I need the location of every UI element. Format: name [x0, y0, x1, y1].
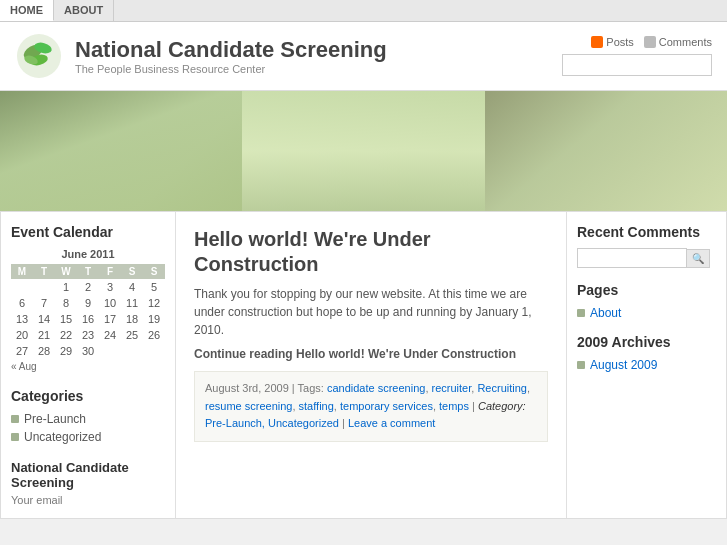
site-title-area: National Candidate Screening The People …	[75, 37, 387, 75]
tag-temps[interactable]: temps	[439, 400, 469, 412]
category-label: Pre-Launch	[24, 412, 86, 426]
hero-section-1	[0, 91, 242, 211]
post-date: August 3rd, 2009	[205, 382, 289, 394]
comments-feed-label: Comments	[659, 36, 712, 48]
top-nav: HOME ABOUT	[0, 0, 727, 22]
site-header: National Candidate Screening The People …	[0, 22, 727, 91]
cal-day-s2: S	[143, 264, 165, 279]
table-row: 1314 1516 171819	[11, 311, 165, 327]
categories-title: Categories	[11, 388, 165, 404]
read-more: Continue reading Hello world! We're Unde…	[194, 347, 548, 361]
table-row: 2021 2223 242526	[11, 327, 165, 343]
table-row: 67 89 101112	[11, 295, 165, 311]
post-body: Thank you for stopping by our new websit…	[194, 285, 548, 339]
site-tagline: The People Business Resource Center	[75, 63, 387, 75]
categories-widget: Categories Pre-Launch Uncategorized	[11, 388, 165, 444]
tags-label: Tags:	[298, 382, 324, 394]
post-meta: August 3rd, 2009 | Tags: candidate scree…	[194, 371, 548, 442]
category-icon	[11, 433, 19, 441]
tag-recruiting[interactable]: Recruiting	[477, 382, 527, 394]
cal-day-w: W	[55, 264, 77, 279]
table-row: 2728 2930	[11, 343, 165, 359]
category-icon	[11, 415, 19, 423]
calendar-caption: June 2011	[11, 248, 165, 260]
category-label: Uncategorized	[24, 430, 101, 444]
read-more-link[interactable]: Continue reading Hello world! We're Unde…	[194, 347, 516, 361]
nav-about[interactable]: ABOUT	[54, 0, 114, 21]
hero-banner	[0, 91, 727, 211]
tag-candidate-screening[interactable]: candidate screening	[327, 382, 425, 394]
posts-feed-label: Posts	[606, 36, 634, 48]
comments-search-input[interactable]	[577, 248, 687, 268]
rss-icon	[591, 36, 603, 48]
calendar-nav[interactable]: « Aug	[11, 361, 165, 372]
left-sidebar: Event Calendar June 2011 M T W T F S S 1…	[1, 212, 176, 518]
pages-title: Pages	[577, 282, 716, 298]
main-layout: Event Calendar June 2011 M T W T F S S 1…	[0, 211, 727, 519]
category-prelaunch[interactable]: Pre-Launch	[11, 412, 165, 426]
nc-widget: National Candidate Screening Your email	[11, 460, 165, 506]
recent-comments-title: Recent Comments	[577, 224, 716, 240]
archives-widget: 2009 Archives August 2009	[577, 334, 716, 372]
page-about-label: About	[590, 306, 621, 320]
pages-widget: Pages About	[577, 282, 716, 320]
leave-comment-link[interactable]: Leave a comment	[348, 417, 435, 429]
recent-comments-search: 🔍	[577, 248, 716, 268]
nc-widget-text: Your email	[11, 494, 165, 506]
logo-area: National Candidate Screening The People …	[15, 32, 387, 80]
archives-title: 2009 Archives	[577, 334, 716, 350]
tag-recruiter[interactable]: recruiter	[432, 382, 472, 394]
tag-staffing[interactable]: staffing	[299, 400, 334, 412]
hero-overlay	[0, 91, 727, 211]
post-category-prelaunch[interactable]: Pre-Launch, Uncategorized	[205, 417, 339, 429]
cal-day-t: T	[33, 264, 55, 279]
site-title: National Candidate Screening	[75, 37, 387, 63]
comments-feed-icon	[644, 36, 656, 48]
category-label: Category:	[478, 400, 526, 412]
main-content: Hello world! We're Under Construction Th…	[176, 212, 566, 518]
post-title: Hello world! We're Under Construction	[194, 227, 548, 277]
feeds-area: Posts Comments	[591, 36, 712, 48]
archive-icon	[577, 361, 585, 369]
nav-home[interactable]: HOME	[0, 0, 54, 21]
page-icon	[577, 309, 585, 317]
nc-widget-title: National Candidate Screening	[11, 460, 165, 490]
rss-comments-feed[interactable]: Comments	[644, 36, 712, 48]
archive-august-2009[interactable]: August 2009	[577, 358, 716, 372]
calendar-widget-title: Event Calendar	[11, 224, 165, 240]
header-right: Posts Comments	[562, 36, 712, 76]
hero-section-3	[485, 91, 727, 211]
archive-label: August 2009	[590, 358, 657, 372]
category-uncategorized[interactable]: Uncategorized	[11, 430, 165, 444]
header-search-input[interactable]	[562, 54, 712, 76]
comments-search-button[interactable]: 🔍	[687, 249, 710, 268]
hero-section-2	[242, 91, 484, 211]
cal-day-s: S	[121, 264, 143, 279]
tag-resume-screening[interactable]: resume screening	[205, 400, 292, 412]
cal-day-t2: T	[77, 264, 99, 279]
cal-day-m: M	[11, 264, 33, 279]
right-sidebar: Recent Comments 🔍 Pages About 2009 Archi…	[566, 212, 726, 518]
site-logo-icon	[15, 32, 63, 80]
header-search-area	[562, 54, 712, 76]
event-calendar: June 2011 M T W T F S S 12 345	[11, 248, 165, 359]
cal-day-f: F	[99, 264, 121, 279]
tag-temporary-services[interactable]: temporary services	[340, 400, 433, 412]
rss-posts-feed[interactable]: Posts	[591, 36, 634, 48]
page-about[interactable]: About	[577, 306, 716, 320]
table-row: 12 345	[11, 279, 165, 295]
